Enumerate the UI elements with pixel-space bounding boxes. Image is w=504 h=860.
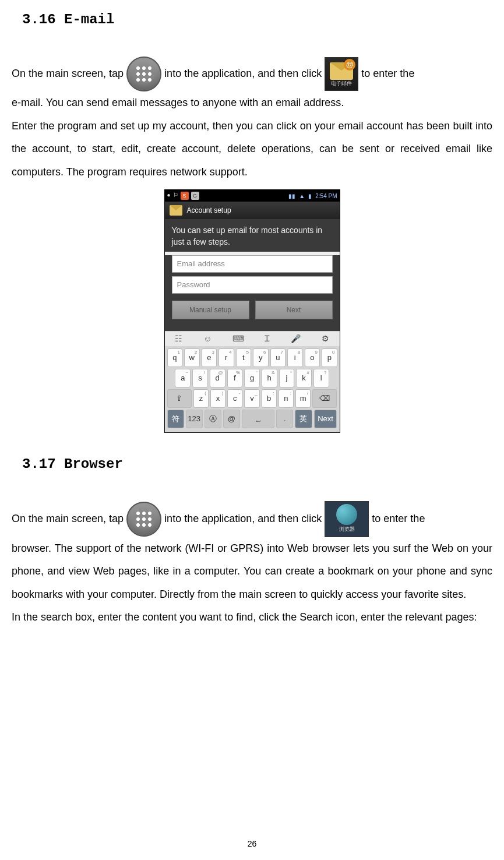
- key-x[interactable]: x): [210, 389, 225, 408]
- keyboard: q1w2e3r4t5y6u7i8o9p0 a~s!d@f%g'h&j*k#l? …: [165, 346, 340, 432]
- key-d[interactable]: d@: [210, 369, 225, 387]
- account-setup-header: Account setup: [165, 202, 340, 219]
- period-key[interactable]: .: [276, 410, 293, 428]
- g-app-icon: G: [191, 192, 199, 200]
- key-z[interactable]: z(: [193, 389, 209, 408]
- symbol-key[interactable]: 符: [167, 410, 184, 428]
- password-input[interactable]: Password: [172, 276, 333, 294]
- key-b[interactable]: b:: [262, 389, 277, 408]
- email-header-icon: [170, 205, 182, 216]
- keyboard-icon[interactable]: ⌨: [232, 334, 244, 344]
- wifi-icon: ▲: [299, 193, 305, 199]
- key-h[interactable]: h&: [262, 369, 277, 387]
- account-setup-screenshot: ● ⚐ S G ▮▮ ▲ ▮ 2:54 PM Account setup You…: [164, 189, 340, 432]
- key-n[interactable]: n;: [279, 389, 294, 408]
- dot-icon: ●: [167, 192, 171, 200]
- section-heading-email: 3.16 E-mail: [22, 12, 492, 27]
- email-paragraph-2: e-mail. You can send email messages to a…: [12, 91, 492, 115]
- browser-app-icon: 浏览器: [325, 501, 369, 537]
- text: On the main screen, tap: [12, 512, 126, 524]
- status-left-icons: ● ⚐ S G: [167, 192, 199, 200]
- key-r[interactable]: r4: [218, 348, 234, 367]
- key-s[interactable]: s!: [192, 369, 208, 387]
- space-key[interactable]: ⎵: [242, 410, 274, 428]
- email-address-input[interactable]: Email address: [172, 255, 333, 273]
- key-f[interactable]: f%: [227, 369, 243, 387]
- browser-paragraph-3: In the search box, enter the content you…: [12, 606, 492, 629]
- key-w[interactable]: w2: [184, 348, 200, 367]
- key-y[interactable]: y6: [253, 348, 269, 367]
- key-c[interactable]: c-: [227, 389, 242, 408]
- key-p[interactable]: p0: [322, 348, 337, 367]
- key-v[interactable]: v_: [244, 389, 259, 408]
- key-a[interactable]: a~: [175, 369, 191, 387]
- globe-icon: [336, 504, 357, 525]
- browser-paragraph-1: On the main screen, tap into the applica…: [12, 501, 492, 537]
- signal-icon: ▮▮: [288, 193, 295, 199]
- page-number: 26: [0, 839, 504, 848]
- text: to enter the: [361, 68, 414, 79]
- backspace-key[interactable]: ⌫: [312, 389, 337, 408]
- shift-key[interactable]: ⇧: [167, 389, 192, 408]
- at-key[interactable]: @: [223, 410, 240, 428]
- at-badge-icon: @: [344, 59, 355, 71]
- text: into the application, and then click: [164, 512, 325, 524]
- apps-drawer-icon: [126, 502, 161, 537]
- settings-icon[interactable]: ⚙: [322, 334, 329, 344]
- account-setup-title: Account setup: [187, 206, 231, 214]
- status-bar: ● ⚐ S G ▮▮ ▲ ▮ 2:54 PM: [165, 190, 340, 202]
- text: to enter the: [372, 512, 425, 524]
- key-k[interactable]: k#: [296, 369, 312, 387]
- inputs-area: Email address Password Manual setup Next: [165, 255, 340, 331]
- email-app-icon: @ 电子邮件: [325, 57, 358, 91]
- key-j[interactable]: j*: [279, 369, 295, 387]
- key-u[interactable]: u7: [270, 348, 286, 367]
- emoji-icon[interactable]: ☺: [203, 334, 212, 344]
- email-paragraph-3: Enter the program and set up my account,…: [12, 115, 492, 184]
- email-icon-label: 电子邮件: [325, 78, 358, 90]
- document-page: 3.16 E-mail On the main screen, tap into…: [0, 0, 504, 860]
- key-t[interactable]: t5: [236, 348, 252, 367]
- flag-icon: ⚐: [173, 192, 178, 200]
- lang-key[interactable]: 英: [295, 410, 312, 428]
- manual-setup-button[interactable]: Manual setup: [172, 301, 249, 319]
- apps-drawer-icon: [126, 57, 161, 91]
- key-l[interactable]: l?: [313, 369, 329, 387]
- keyboard-next-key[interactable]: Next: [314, 410, 337, 428]
- text: On the main screen, tap: [12, 68, 126, 79]
- mic-icon[interactable]: 🎤: [291, 334, 301, 344]
- ime-toolbar: ☷ ☺ ⌨ Ꮖ 🎤 ⚙: [165, 331, 340, 346]
- text: into the application, and then click: [164, 68, 325, 79]
- browser-paragraph-2: browser. The support of the network (WI-…: [12, 537, 492, 607]
- section-heading-browser: 3.17 Browser: [22, 456, 492, 472]
- browser-icon-label: 浏览器: [325, 524, 368, 535]
- battery-icon: ▮: [308, 193, 312, 199]
- setup-instruction-text: You can set up email for most accounts i…: [165, 219, 340, 251]
- key-g[interactable]: g': [244, 369, 260, 387]
- key-e[interactable]: e3: [202, 348, 217, 367]
- key-q[interactable]: q1: [167, 348, 183, 367]
- lang-switch-key[interactable]: Ⓐ: [205, 410, 221, 428]
- cursor-icon[interactable]: Ꮖ: [265, 334, 270, 344]
- key-m[interactable]: m/: [295, 389, 311, 408]
- key-i[interactable]: i8: [287, 348, 303, 367]
- s-app-icon: S: [181, 192, 189, 200]
- status-time: 2:54 PM: [315, 193, 337, 199]
- email-paragraph-1: On the main screen, tap into the applica…: [12, 57, 492, 91]
- number-key[interactable]: 123: [186, 410, 203, 428]
- key-o[interactable]: o9: [305, 348, 320, 367]
- keyboard-grid-icon[interactable]: ☷: [175, 334, 182, 344]
- next-button[interactable]: Next: [255, 301, 333, 319]
